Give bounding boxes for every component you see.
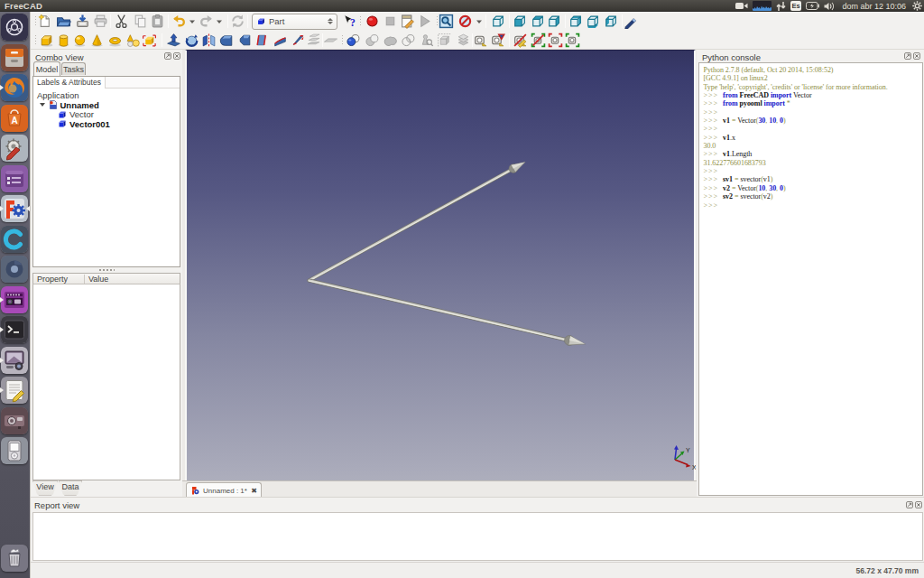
- tree-item-label[interactable]: Vector: [69, 109, 94, 119]
- float-panel-icon[interactable]: [906, 501, 913, 508]
- launcher-chromium[interactable]: [1, 256, 28, 283]
- launcher-trash[interactable]: [1, 545, 28, 572]
- part-mirror-button[interactable]: [199, 32, 217, 49]
- launcher-media-player[interactable]: [1, 437, 28, 464]
- keyboard-layout-indicator[interactable]: Es: [790, 1, 801, 11]
- measure-toggle-delta-button[interactable]: [563, 32, 581, 49]
- view-left-button[interactable]: [601, 13, 619, 30]
- tree-item-application[interactable]: Application: [33, 91, 180, 101]
- close-panel-icon[interactable]: [915, 501, 922, 508]
- part-boolean-button[interactable]: [344, 32, 362, 49]
- svg-text:A: A: [11, 116, 17, 126]
- part-ruled-surface-button[interactable]: [271, 32, 289, 49]
- undo-dropdown-icon[interactable]: [188, 13, 198, 30]
- screen-record-camera-icon[interactable]: [735, 2, 748, 10]
- undo-button[interactable]: [170, 13, 188, 30]
- whats-this-button[interactable]: ?: [340, 13, 358, 30]
- part-primitives-button[interactable]: [124, 32, 142, 49]
- mdi-tab-unnamed[interactable]: Unnamed : 1* ✖: [186, 482, 262, 498]
- view-bottom-button[interactable]: [583, 13, 601, 30]
- part-makeface-button[interactable]: [253, 32, 271, 49]
- launcher-blue-c-app[interactable]: [1, 226, 28, 253]
- macro-play-button: [415, 13, 433, 30]
- float-panel-icon[interactable]: [904, 52, 911, 60]
- redo-dropdown-icon[interactable]: [215, 13, 225, 30]
- part-fillet-button[interactable]: [217, 32, 236, 49]
- combo-view-splitter[interactable]: [32, 267, 180, 272]
- launcher-kazam[interactable]: [1, 347, 28, 374]
- launcher-software-center[interactable]: A: [1, 105, 28, 132]
- measure-linear-button[interactable]: [471, 32, 489, 49]
- tree-item-label[interactable]: Unnamed: [60, 100, 99, 110]
- part-cone-button[interactable]: [88, 32, 106, 49]
- launcher-text-editor[interactable]: [1, 377, 28, 404]
- system-load-graph-icon[interactable]: [753, 1, 772, 11]
- tree-item-label[interactable]: Application: [37, 90, 79, 100]
- tab-view[interactable]: View: [32, 480, 58, 496]
- launcher-freecad[interactable]: [1, 195, 28, 222]
- launcher-dash-home[interactable]: [1, 14, 28, 41]
- launcher-media-keys-app[interactable]: [1, 286, 28, 313]
- macro-edit-button[interactable]: [398, 13, 416, 30]
- launcher-files[interactable]: [1, 44, 28, 71]
- 3d-viewport[interactable]: YX: [185, 50, 696, 480]
- draw-style-button[interactable]: [456, 13, 474, 30]
- tree-item-unnamed[interactable]: Unnamed: [33, 100, 180, 110]
- measure-angular-button[interactable]: [488, 32, 506, 49]
- toolbar-separator: [110, 14, 111, 28]
- volume-icon[interactable]: [824, 2, 836, 11]
- battery-icon[interactable]: [806, 2, 819, 10]
- report-view-text[interactable]: [32, 512, 923, 561]
- network-updown-icon[interactable]: [776, 2, 786, 11]
- float-panel-icon[interactable]: [164, 52, 171, 60]
- tab-close-icon[interactable]: ✖: [251, 487, 257, 495]
- part-check-geometry-button: [417, 32, 435, 49]
- view-top-button[interactable]: [528, 13, 546, 30]
- measure-toggle-all-button[interactable]: [529, 32, 547, 49]
- tree-header-labels-attributes[interactable]: Labels & Attributes: [33, 77, 106, 89]
- part-extrude-button[interactable]: [164, 32, 182, 49]
- tree-item-vector[interactable]: Vector: [33, 110, 180, 120]
- workbench-selector[interactable]: Part: [252, 14, 337, 30]
- view-front-button[interactable]: [510, 13, 528, 30]
- value-column-header[interactable]: Value: [88, 275, 108, 284]
- part-shapebuilder-button[interactable]: [140, 32, 158, 49]
- macro-record-button[interactable]: [363, 13, 381, 30]
- new-document-button[interactable]: [35, 13, 53, 30]
- close-panel-icon[interactable]: [173, 52, 180, 60]
- zoom-fit-all-button[interactable]: [437, 13, 455, 30]
- launcher-projector-app[interactable]: [1, 407, 28, 434]
- measure-clear-all-button[interactable]: [511, 32, 529, 49]
- launcher-terminal[interactable]: [1, 316, 28, 343]
- part-box-button[interactable]: [37, 32, 55, 49]
- tab-tasks[interactable]: Tasks: [61, 62, 86, 75]
- close-panel-icon[interactable]: [913, 52, 920, 60]
- measure-distance-button[interactable]: [622, 13, 640, 30]
- part-revolve-button[interactable]: [182, 32, 200, 49]
- view-isometric-button[interactable]: [488, 13, 506, 30]
- save-document-button[interactable]: [73, 13, 91, 30]
- part-sphere-button[interactable]: [70, 32, 88, 49]
- python-console-text[interactable]: Python 2.7.8 (default, Oct 20 2014, 15:0…: [698, 62, 923, 496]
- part-torus-button[interactable]: [106, 32, 124, 49]
- clock[interactable]: dom abr 12 10:06: [842, 2, 906, 11]
- tab-model[interactable]: Model: [33, 61, 60, 76]
- tree-item-vector001[interactable]: Vector001: [33, 119, 180, 129]
- measure-toggle-3d-button[interactable]: [546, 32, 564, 49]
- session-gear-icon[interactable]: [912, 1, 922, 11]
- launcher-system-settings[interactable]: [1, 135, 28, 162]
- toolbar-grip[interactable]: [359, 15, 362, 27]
- property-column-header[interactable]: Property: [37, 275, 68, 284]
- tree-expander-icon[interactable]: [40, 103, 45, 107]
- tab-data[interactable]: Data: [59, 480, 82, 496]
- part-chamfer-button[interactable]: [236, 32, 254, 49]
- draw-style-dropdown-icon[interactable]: [475, 13, 485, 30]
- launcher-purple-app[interactable]: [1, 165, 28, 192]
- part-cylinder-button[interactable]: [54, 32, 72, 49]
- open-document-button[interactable]: [54, 13, 72, 30]
- cut-button[interactable]: [112, 13, 130, 30]
- launcher-firefox[interactable]: [1, 74, 28, 101]
- view-right-button[interactable]: [544, 13, 562, 30]
- tree-item-label[interactable]: Vector001: [69, 119, 110, 129]
- view-rear-button[interactable]: [566, 13, 584, 30]
